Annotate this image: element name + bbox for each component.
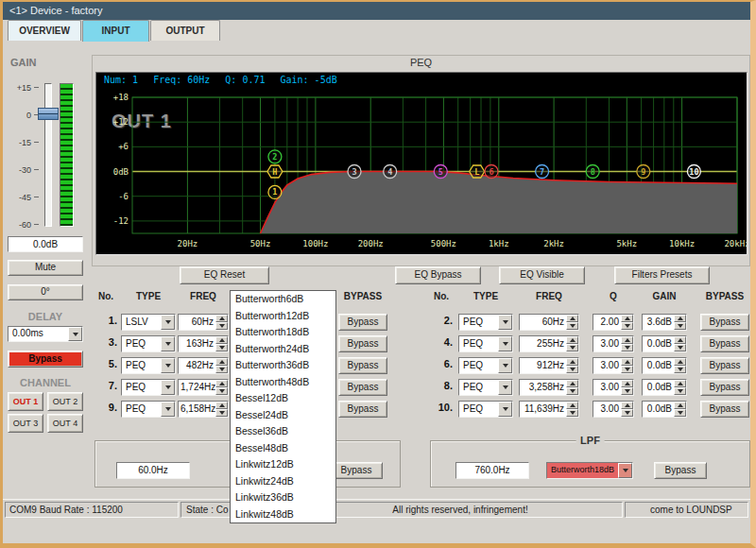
spinner-buttons[interactable]: [215, 380, 228, 395]
dropdown-option[interactable]: Bessel12dB: [231, 390, 335, 407]
bypass-button[interactable]: Bypass: [700, 314, 749, 331]
spin-down-icon[interactable]: [566, 366, 578, 373]
eq-reset-button[interactable]: EQ Reset: [180, 266, 269, 284]
spin-down-icon[interactable]: [674, 409, 686, 417]
spinner-buttons[interactable]: [621, 380, 633, 395]
spin-up-icon[interactable]: [674, 358, 686, 366]
spinner-buttons[interactable]: [674, 315, 686, 330]
channel-out3-button[interactable]: OUT 3: [8, 414, 43, 433]
filter-freq-field[interactable]: 912Hz: [519, 357, 579, 374]
spin-up-icon[interactable]: [215, 358, 228, 366]
spin-down-icon[interactable]: [566, 387, 578, 395]
spin-up-icon[interactable]: [566, 358, 578, 366]
filter-freq-field[interactable]: 482Hz: [178, 357, 229, 374]
spin-up-icon[interactable]: [566, 380, 578, 387]
filter-type-select[interactable]: PEQ: [458, 401, 513, 418]
chevron-down-icon[interactable]: [498, 336, 512, 351]
chevron-down-icon[interactable]: [498, 358, 512, 373]
spinner-buttons[interactable]: [621, 358, 633, 373]
chevron-down-icon[interactable]: [68, 327, 82, 341]
spinner-buttons[interactable]: [215, 358, 228, 373]
spin-down-icon[interactable]: [215, 387, 228, 395]
spin-up-icon[interactable]: [215, 402, 228, 409]
spin-down-icon[interactable]: [215, 366, 228, 373]
filter-type-select[interactable]: PEQ: [121, 335, 176, 352]
filter-q-field[interactable]: 3.00: [593, 335, 634, 352]
dropdown-option[interactable]: Butterworth24dB: [231, 341, 335, 358]
eq-graph[interactable]: Num: 1Freq: 60HzQ: 0.71Gain: -5dB OUT 1 …: [95, 72, 747, 255]
lpf-bypass-button[interactable]: Bypass: [654, 462, 707, 479]
spin-up-icon[interactable]: [566, 402, 578, 409]
spin-up-icon[interactable]: [566, 315, 578, 322]
chevron-down-icon[interactable]: [498, 315, 512, 330]
filter-type-select[interactable]: PEQ: [121, 379, 176, 396]
filter-gain-field[interactable]: 0.0dB: [642, 379, 687, 396]
filter-freq-field[interactable]: 60Hz: [519, 314, 579, 331]
spin-down-icon[interactable]: [621, 409, 633, 417]
spin-up-icon[interactable]: [566, 336, 578, 344]
spin-up-icon[interactable]: [621, 380, 633, 387]
spin-up-icon[interactable]: [215, 380, 228, 387]
filter-freq-field[interactable]: 255Hz: [519, 335, 579, 352]
spin-up-icon[interactable]: [674, 336, 686, 344]
spinner-buttons[interactable]: [215, 315, 228, 330]
spin-down-icon[interactable]: [215, 322, 228, 330]
filters-presets-button[interactable]: Filters Presets: [614, 266, 710, 284]
lpf-freq-field[interactable]: 760.0Hz: [455, 462, 529, 479]
chevron-down-icon[interactable]: [161, 315, 175, 330]
spinner-buttons[interactable]: [566, 402, 578, 417]
spinner-buttons[interactable]: [674, 402, 686, 417]
dropdown-option[interactable]: Linkwitz24dB: [231, 473, 335, 490]
filter-q-field[interactable]: 2.00: [593, 314, 634, 331]
gain-value-field[interactable]: 0.0dB: [8, 236, 83, 252]
chevron-down-icon[interactable]: [498, 402, 512, 417]
spin-down-icon[interactable]: [215, 409, 228, 417]
spinner-buttons[interactable]: [215, 336, 228, 351]
bypass-button[interactable]: Bypass: [338, 379, 387, 396]
dropdown-option[interactable]: Butterworth18dB: [231, 324, 335, 341]
filter-type-select[interactable]: PEQ: [121, 357, 176, 374]
channel-out4-button[interactable]: OUT 4: [47, 414, 83, 433]
tab-overview[interactable]: OVERVIEW: [8, 20, 81, 41]
spin-down-icon[interactable]: [674, 322, 686, 330]
filter-type-select[interactable]: PEQ: [458, 357, 513, 374]
spin-up-icon[interactable]: [621, 402, 633, 409]
spinner-buttons[interactable]: [674, 336, 686, 351]
bypass-button[interactable]: Bypass: [338, 314, 387, 331]
filter-type-select[interactable]: PEQ: [458, 379, 513, 396]
dropdown-option[interactable]: Linkwitz12dB: [231, 456, 335, 473]
filter-freq-field[interactable]: 60Hz: [178, 314, 229, 331]
bypass-button[interactable]: Bypass: [338, 357, 387, 374]
spin-down-icon[interactable]: [566, 409, 578, 417]
filter-q-field[interactable]: 3.00: [593, 379, 634, 396]
hpf-freq-field[interactable]: 60.0Hz: [116, 462, 190, 479]
chevron-down-icon[interactable]: [161, 358, 175, 373]
chevron-down-icon[interactable]: [618, 463, 632, 478]
spinner-buttons[interactable]: [621, 336, 633, 351]
lpf-type-select[interactable]: Butterworth18dB: [546, 462, 633, 479]
bypass-button[interactable]: Bypass: [338, 401, 387, 418]
mute-button[interactable]: Mute: [8, 260, 83, 276]
spin-up-icon[interactable]: [621, 315, 633, 322]
bypass-button[interactable]: Bypass: [700, 379, 749, 396]
dropdown-option[interactable]: Linkwitz36dB: [231, 489, 335, 506]
filter-gain-field[interactable]: 0.0dB: [642, 357, 687, 374]
spin-up-icon[interactable]: [621, 336, 633, 344]
dropdown-option[interactable]: Bessel36dB: [231, 423, 335, 440]
phase-button[interactable]: 0°: [8, 284, 83, 300]
filter-freq-field[interactable]: 11,639Hz: [519, 401, 579, 418]
spinner-buttons[interactable]: [674, 380, 686, 395]
spin-down-icon[interactable]: [621, 322, 633, 330]
eq-visible-button[interactable]: EQ Visible: [499, 266, 585, 284]
delay-select[interactable]: 0.00ms: [8, 326, 83, 342]
spinner-buttons[interactable]: [566, 336, 578, 351]
spin-up-icon[interactable]: [215, 315, 228, 322]
channel-out2-button[interactable]: OUT 2: [47, 392, 83, 411]
bypass-button[interactable]: Bypass: [700, 335, 749, 352]
spin-up-icon[interactable]: [674, 402, 686, 409]
spinner-buttons[interactable]: [215, 402, 228, 417]
spin-up-icon[interactable]: [215, 336, 228, 344]
spinner-buttons[interactable]: [566, 315, 578, 330]
dropdown-option[interactable]: Butterworth12dB: [231, 308, 335, 325]
eq-bypass-button[interactable]: EQ Bypass: [395, 266, 481, 284]
